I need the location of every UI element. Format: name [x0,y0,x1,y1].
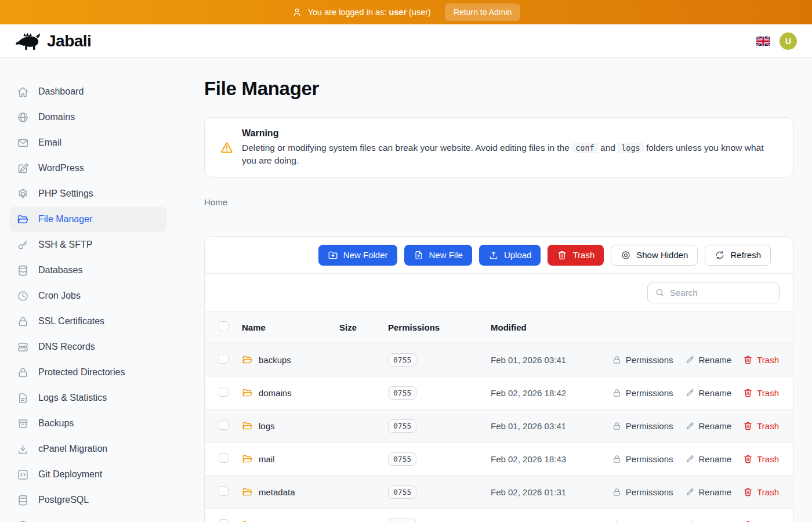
trash-action-button[interactable]: Trash [743,454,779,464]
brand-name: Jabali [47,32,91,50]
trash-icon [743,487,753,497]
modified-date: Feb 02, 2026 01:31 [491,487,612,497]
file-name-cell[interactable]: backups [242,354,339,365]
file-plus-icon [414,250,424,260]
column-header-name: Name [242,322,339,332]
return-to-admin-button[interactable]: Return to Admin [445,3,520,21]
sidebar-item-label: cPanel Migration [38,444,107,454]
warning-alert: Warning Deleting or modifying system fil… [204,117,793,177]
warning-title: Warning [242,128,778,139]
file-manager-panel: New Folder New File Upload Trash Show Hi… [204,236,793,522]
sidebar-item-protected-directories[interactable]: Protected Directories [9,360,167,385]
toolbar-button-label: Show Hidden [636,250,688,260]
trash-icon [743,355,753,365]
toolbar-button-label: Refresh [730,250,761,260]
sidebar-item-ssl-certificates[interactable]: SSL Certificates [9,309,167,334]
sidebar-item-label: SSL Certificates [38,316,104,327]
permissions-action-button[interactable]: Permissions [612,388,673,398]
sidebar-item-cron-jobs[interactable]: Cron Jobs [9,283,167,309]
sidebar-item-dashboard[interactable]: Dashboard [9,79,167,104]
permissions-action-button[interactable]: Permissions [612,454,673,464]
file-name-cell[interactable]: logs [242,420,339,432]
impersonation-message: You are logged in as: user (user) [308,8,431,17]
select-all-checkbox[interactable] [219,321,229,331]
row-checkbox[interactable] [219,387,229,397]
toolbar-button-new-file[interactable]: New File [404,245,472,266]
rename-action-button[interactable]: Rename [685,487,732,497]
uk-flag-icon[interactable] [756,37,770,46]
row-checkbox[interactable] [219,354,229,364]
file-name-cell[interactable]: mail [242,454,339,465]
sidebar-item[interactable] [9,513,167,522]
sidebar-item-git-deployment[interactable]: Git Deployment [9,462,167,487]
table-row-domains: domains 0755 Feb 02, 2026 18:42 Permissi… [205,376,793,409]
folder-icon [242,520,253,522]
file-name-cell[interactable]: metadata [242,487,339,498]
trash-action-button[interactable]: Trash [743,388,779,398]
permissions-badge: 0755 [388,353,416,367]
folder-icon [242,387,253,398]
sidebar-item-label: Git Deployment [38,469,102,480]
permissions-action-button[interactable]: Permissions [612,487,673,497]
database-icon [17,264,29,277]
sidebar-item-ssh-sftp[interactable]: SSH & SFTP [9,232,167,258]
toolbar-button-show-hidden[interactable]: Show Hidden [611,245,698,266]
sidebar-item-dns-records[interactable]: DNS Records [9,334,167,360]
sidebar-item-databases[interactable]: Databases [9,258,167,283]
permissions-badge: 0755 [388,386,416,400]
sidebar-item-file-manager[interactable]: File Manager [9,206,167,232]
sidebar-item-logs-statistics[interactable]: Logs & Statistics [9,385,167,411]
impersonated-username: user [389,8,407,17]
permissions-badge: 0755 [388,485,416,499]
toolbar-button-upload[interactable]: Upload [479,245,541,266]
file-name-cell[interactable] [242,520,339,522]
modified-date: Feb 02, 2026 18:42 [491,388,612,398]
rename-action-button[interactable]: Rename [685,454,732,464]
folder-icon [242,487,253,498]
toolbar-button-refresh[interactable]: Refresh [705,245,771,266]
sidebar-item-backups[interactable]: Backups [9,411,167,436]
pencil-icon [685,355,695,365]
rename-action-button[interactable]: Rename [685,388,732,398]
row-checkbox[interactable] [219,420,229,430]
toolbar-button-trash[interactable]: Trash [548,245,604,266]
sidebar-item-php-settings[interactable]: PHP Settings [9,181,167,206]
permissions-badge: 0755 [388,419,416,433]
folder-icon [242,454,253,465]
permissions-action-button[interactable]: Permissions [612,355,673,365]
file-name: mail [259,454,275,464]
trash-action-button[interactable]: Trash [743,355,779,365]
rename-action-button[interactable]: Rename [685,355,732,365]
search-input[interactable] [670,288,772,298]
toolbar-button-new-folder[interactable]: New Folder [318,245,397,266]
row-checkbox[interactable] [219,453,229,463]
sidebar-item-postgresql[interactable]: PostgreSQL [9,487,167,513]
sidebar-item-label: Logs & Statistics [38,393,107,403]
user-avatar[interactable]: U [780,32,797,50]
main-content: File Manager Warning Deleting or modifyi… [176,58,812,522]
rename-action-button[interactable]: Rename [685,421,732,431]
sidebar-item-email[interactable]: Email [9,130,167,155]
inline-code-conf: conf [572,143,598,153]
lock-icon [612,421,622,431]
sidebar-item-label: PostgreSQL [38,495,89,505]
rename-action-button[interactable]: Rename [685,520,732,522]
pencil-icon [685,487,695,497]
trash-action-button[interactable]: Trash [743,487,779,497]
breadcrumb-home-link[interactable]: Home [204,197,227,207]
toolbar-button-label: Upload [504,250,532,260]
sidebar-item-label: PHP Settings [38,188,93,199]
sidebar-item-domains[interactable]: Domains [9,104,167,130]
permissions-action-button[interactable]: Permissions [612,421,673,431]
permissions-action-button[interactable]: Permissions [612,520,673,522]
row-checkbox[interactable] [219,519,229,522]
file-name-cell[interactable]: domains [242,387,339,398]
sidebar-item-cpanel-migration[interactable]: cPanel Migration [9,436,167,462]
trash-action-button[interactable]: Trash [743,421,779,431]
sidebar-item-wordpress[interactable]: WordPress [9,155,167,181]
search-row [205,274,793,311]
server-icon [17,341,29,353]
sidebar-item-label: SSH & SFTP [38,240,92,250]
row-checkbox[interactable] [219,486,229,496]
trash-action-button[interactable]: Trash [743,520,779,522]
